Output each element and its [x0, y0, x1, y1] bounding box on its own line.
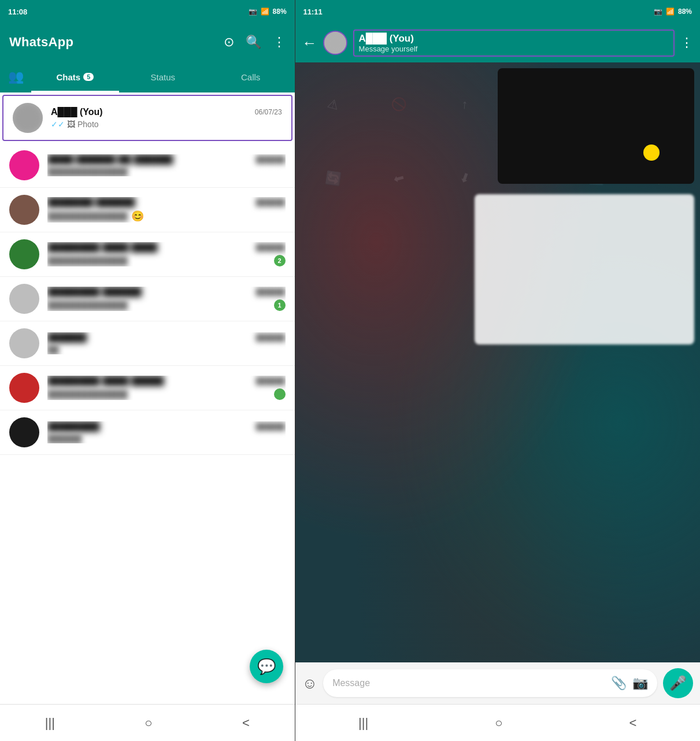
chat-avatar-5 — [9, 328, 39, 358]
chat-header-info[interactable]: A███ (You) Message yourself — [353, 29, 675, 57]
chat-name-6: ████████ ████ █████ — [47, 376, 251, 386]
message-area — [295, 62, 700, 662]
mic-button[interactable]: 🎤 — [663, 668, 693, 698]
list-item[interactable]: ████████ ██████ ██████ — [0, 410, 295, 455]
more-options-chat-icon[interactable]: ⋮ — [680, 35, 693, 50]
chat-preview-4: ██████████████ — [47, 301, 128, 310]
right-status-icons: 📷 📶 88% — [654, 8, 692, 16]
nav-recent-icon-r[interactable]: ||| — [358, 716, 368, 731]
emoji-button[interactable]: ☺ — [302, 675, 318, 692]
nav-back-icon-r[interactable]: < — [629, 716, 637, 731]
left-status-bar: 11:08 📷 📶 88% — [0, 0, 295, 23]
whatsapp-toolbar: WhatsApp ⊙ 🔍 ⋮ — [0, 23, 295, 61]
calls-label: Calls — [241, 72, 260, 82]
chat-content-3: ████████ ████ ████ ██████ ██████████████… — [47, 242, 286, 266]
chat-content-5: ██████ ██████ ██ — [47, 332, 286, 354]
nav-recent-icon[interactable]: ||| — [45, 716, 55, 731]
chat-name-5: ██████ — [47, 332, 251, 343]
list-item[interactable]: ████████ ████ █████ ██████ █████████████… — [0, 366, 295, 410]
camera-status-icon: 📷 — [249, 8, 257, 16]
chat-top-1: ████ ██████ ██ ██████ ██████ — [47, 154, 286, 165]
chat-avatar-3 — [9, 239, 39, 269]
chat-contact-name: A███ (You) — [359, 33, 669, 45]
self-chat-content: A███ (You) 06/07/23 ✓✓ 🖼 Photo — [51, 107, 282, 129]
mic-icon: 🎤 — [669, 675, 687, 691]
more-options-icon[interactable]: ⋮ — [273, 35, 286, 50]
list-item[interactable]: ████████ ████ ████ ██████ ██████████████… — [0, 232, 295, 277]
camera-icon-r: 📷 — [654, 8, 662, 16]
chat-time-4: ██████ — [256, 288, 286, 296]
self-chat-time: 06/07/23 — [255, 108, 282, 116]
photo-preview-icon: 🖼 — [67, 120, 75, 129]
tabs-bar: 👥 Chats 5 Status Calls — [0, 61, 295, 92]
chat-list: A███ (You) 06/07/23 ✓✓ 🖼 Photo ████ ████… — [0, 92, 295, 704]
chat-avatar-1 — [9, 150, 39, 180]
self-chat-name: A███ (You) — [51, 107, 250, 117]
right-status-bar: 11:11 📷 📶 88% — [295, 0, 700, 23]
left-phone: 11:08 📷 📶 88% WhatsApp ⊙ 🔍 ⋮ 👥 Chats 5 S… — [0, 0, 295, 741]
self-avatar — [13, 103, 43, 133]
nav-home-icon-r[interactable]: ○ — [495, 716, 502, 731]
chat-avatar-4 — [9, 284, 39, 314]
chat-time-1: ██████ — [256, 155, 286, 164]
chat-contact-status: Message yourself — [359, 45, 669, 53]
message-input-bar: ☺ Message 📎 📷 🎤 — [295, 662, 700, 704]
yellow-dot — [643, 145, 660, 161]
chat-name-7: ████████ — [47, 421, 251, 432]
nav-home-icon[interactable]: ○ — [145, 716, 152, 731]
right-bottom-nav: ||| ○ < — [295, 704, 700, 741]
message-input-placeholder[interactable]: Message — [332, 678, 605, 688]
tab-status[interactable]: Status — [119, 61, 207, 92]
chat-preview-7: ██████ — [47, 434, 286, 443]
chat-preview-1: ██████████████ — [47, 167, 286, 176]
chat-bubble-icon: 💬 — [257, 658, 276, 676]
chat-item-self[interactable]: A███ (You) 06/07/23 ✓✓ 🖼 Photo — [2, 95, 292, 141]
attachment-icon[interactable]: 📎 — [611, 676, 627, 691]
chats-label: Chats — [57, 72, 81, 82]
chat-name-3: ████████ ████ ████ — [47, 242, 251, 253]
tab-chats[interactable]: Chats 5 — [31, 61, 119, 92]
self-chat-preview: ✓✓ 🖼 Photo — [51, 120, 282, 129]
chat-header-actions: ⋮ — [680, 35, 693, 50]
right-time: 11:11 — [303, 8, 323, 16]
tab-calls[interactable]: Calls — [207, 61, 295, 92]
chat-preview-5: ██ — [47, 345, 286, 354]
self-chat-top: A███ (You) 06/07/23 — [51, 107, 282, 117]
chat-time-5: ██████ — [256, 334, 286, 342]
list-item[interactable]: ██████ ██████ ██ — [0, 321, 295, 366]
chat-avatar-2 — [9, 195, 39, 225]
left-time: 11:08 — [8, 8, 27, 16]
camera-input-icon[interactable]: 📷 — [632, 676, 648, 691]
chat-preview-3: ██████████████ — [47, 256, 128, 265]
new-chat-fab[interactable]: 💬 — [250, 650, 283, 683]
chat-time-6: ██████ — [256, 377, 286, 385]
message-input-wrap[interactable]: Message 📎 📷 — [323, 669, 657, 697]
chat-name-4: ████████ ██████ — [47, 287, 251, 297]
community-icon: 👥 — [8, 69, 24, 84]
screenshot-black-message — [498, 68, 694, 184]
chat-content-1: ████ ██████ ██ ██████ ██████ ███████████… — [47, 154, 286, 176]
back-icon[interactable]: ← — [302, 34, 317, 52]
nav-back-icon[interactable]: < — [242, 716, 250, 731]
chat-avatar-7 — [9, 417, 39, 447]
chat-content-4: ████████ ██████ ██████ ██████████████ 1 — [47, 287, 286, 311]
search-icon[interactable]: 🔍 — [246, 35, 261, 50]
battery-left: 88% — [273, 8, 287, 16]
chats-badge: 5 — [83, 73, 94, 81]
left-status-icons: 📷 📶 88% — [249, 8, 287, 16]
chat-name-1: ████ ██████ ██ ██████ — [47, 154, 251, 165]
community-tab-icon[interactable]: 👥 — [0, 61, 31, 92]
battery-right: 88% — [678, 8, 692, 16]
list-item[interactable]: ███████ ██████ ██████ ██████████████ 😊 — [0, 188, 295, 232]
list-item[interactable]: ████ ██████ ██ ██████ ██████ ███████████… — [0, 143, 295, 188]
chat-time-7: ██████ — [256, 423, 286, 431]
chat-toolbar: ← A███ (You) Message yourself ⋮ — [295, 23, 700, 62]
camera-icon[interactable]: ⊙ — [224, 35, 234, 50]
chat-preview-2: ██████████████ — [47, 212, 128, 221]
chat-avatar-6 — [9, 373, 39, 403]
chat-top-3: ████████ ████ ████ ██████ — [47, 242, 286, 253]
chat-time-2: ██████ — [256, 198, 286, 206]
status-label: Status — [151, 72, 176, 82]
chat-top-5: ██████ ██████ — [47, 332, 286, 343]
list-item[interactable]: ████████ ██████ ██████ ██████████████ 1 — [0, 277, 295, 321]
